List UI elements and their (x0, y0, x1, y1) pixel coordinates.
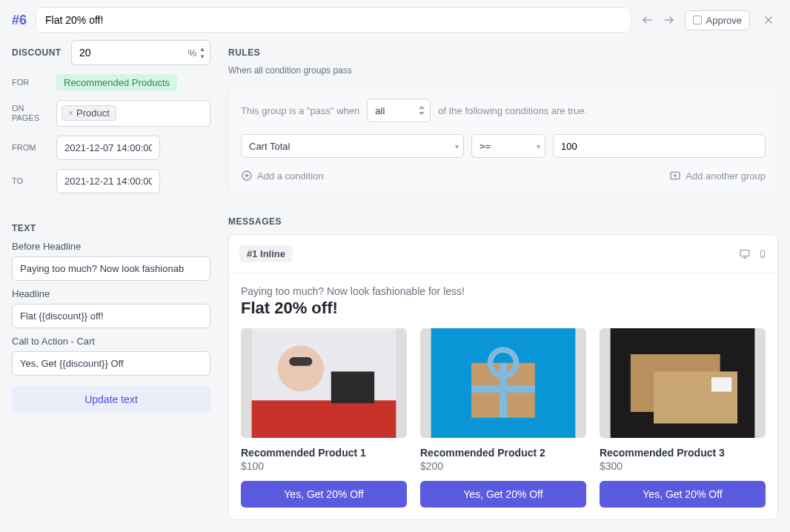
on-pages-input[interactable]: × Product (56, 100, 210, 127)
plus-circle-icon (241, 170, 253, 182)
chip-label: Product (76, 107, 110, 119)
text-section-head: TEXT (12, 223, 210, 233)
close-icon[interactable] (759, 10, 778, 30)
svg-point-7 (278, 345, 324, 391)
svg-point-4 (763, 256, 763, 256)
add-condition-button[interactable]: Add a condition (241, 170, 324, 182)
chip-remove-icon[interactable]: × (68, 108, 73, 119)
add-group-label: Add another group (686, 170, 766, 182)
messages-card: #1 Inline Paying too much? Now look fash… (228, 234, 778, 520)
update-text-button[interactable]: Update text (12, 386, 210, 413)
group-mode-select[interactable]: all (367, 99, 431, 122)
chevron-up-icon[interactable]: ▲ (199, 46, 205, 53)
product-card: Recommended Product 2 $200 Yes, Get 20% … (420, 328, 586, 508)
condition-value-input[interactable] (553, 134, 766, 158)
from-date-input[interactable] (56, 136, 160, 160)
product-price: $300 (600, 460, 766, 472)
condition-field-value: Cart Total (249, 141, 290, 152)
chevron-down-icon (418, 106, 425, 115)
group-prefix: This group is a "pass" when (241, 105, 359, 116)
before-headline-input[interactable] (12, 256, 210, 281)
approve-button[interactable]: Approve (685, 10, 750, 30)
svg-rect-16 (711, 377, 731, 391)
rules-subtitle: When all condition groups pass (228, 65, 778, 76)
messages-heading: MESSAGES (228, 216, 778, 227)
discount-stepper[interactable]: ▲ ▼ (199, 46, 205, 60)
preview-before-headline: Paying too much? Now look fashionable fo… (241, 285, 766, 297)
discount-input[interactable] (79, 47, 188, 59)
chevron-down-icon: ▾ (455, 142, 459, 150)
svg-rect-2 (740, 250, 749, 256)
on-pages-label: ON PAGES (12, 104, 50, 123)
product-title: Recommended Product 3 (600, 447, 766, 459)
desktop-icon[interactable] (739, 248, 751, 260)
condition-operator-select[interactable]: >= ▾ (471, 134, 545, 158)
product-price: $200 (420, 460, 586, 472)
from-label: FROM (12, 143, 50, 153)
product-card: Recommended Product 3 $300 Yes, Get 20% … (600, 328, 766, 508)
for-label: FOR (12, 78, 50, 87)
svg-rect-9 (331, 371, 374, 403)
next-arrow[interactable] (661, 13, 676, 27)
discount-label: DISCOUNT (12, 47, 65, 58)
to-label: TO (12, 176, 50, 186)
add-group-button[interactable]: Add another group (669, 170, 766, 182)
svg-rect-8 (289, 357, 312, 366)
prev-arrow[interactable] (640, 13, 655, 27)
campaign-title-input[interactable] (36, 7, 631, 33)
group-mode-value: all (375, 105, 385, 116)
product-price: $100 (241, 460, 407, 472)
condition-field-select[interactable]: Cart Total ▾ (241, 134, 464, 158)
plus-folder-icon (669, 170, 681, 182)
product-cta-button[interactable]: Yes, Get 20% Off (420, 481, 586, 508)
svg-rect-6 (252, 400, 396, 438)
approve-checkbox (693, 16, 702, 24)
product-cta-button[interactable]: Yes, Get 20% Off (600, 481, 766, 508)
product-image (420, 328, 586, 438)
product-card: Recommended Product 1 $100 Yes, Get 20% … (241, 328, 407, 508)
message-badge[interactable]: #1 Inline (239, 245, 293, 262)
product-title: Recommended Product 2 (420, 447, 586, 459)
group-suffix: of the following conditions are true. (438, 105, 587, 116)
condition-operator-value: >= (479, 141, 491, 152)
page-id: #6 (12, 13, 27, 28)
add-condition-label: Add a condition (257, 170, 324, 182)
to-date-input[interactable] (56, 169, 160, 193)
for-tag[interactable]: Recommended Products (56, 74, 177, 91)
rules-group: This group is a "pass" when all of the f… (228, 86, 778, 194)
headline-label: Headline (12, 288, 210, 299)
headline-input[interactable] (12, 304, 210, 328)
cta-input[interactable] (12, 351, 210, 376)
mobile-icon[interactable] (758, 248, 767, 260)
page-chip-product[interactable]: × Product (62, 105, 116, 121)
product-cta-button[interactable]: Yes, Get 20% Off (241, 481, 407, 508)
product-title: Recommended Product 1 (241, 447, 407, 459)
before-headline-label: Before Headline (12, 241, 210, 252)
discount-unit: % (188, 47, 197, 59)
preview-headline: Flat 20% off! (241, 299, 766, 318)
product-image (241, 328, 407, 438)
approve-label: Approve (706, 15, 742, 26)
chevron-down-icon: ▾ (537, 142, 540, 150)
chevron-down-icon[interactable]: ▼ (199, 53, 205, 60)
rules-heading: RULES (228, 47, 778, 58)
product-image (600, 328, 766, 438)
cta-label: Call to Action - Cart (12, 336, 210, 347)
discount-input-wrap[interactable]: % ▲ ▼ (71, 40, 210, 65)
